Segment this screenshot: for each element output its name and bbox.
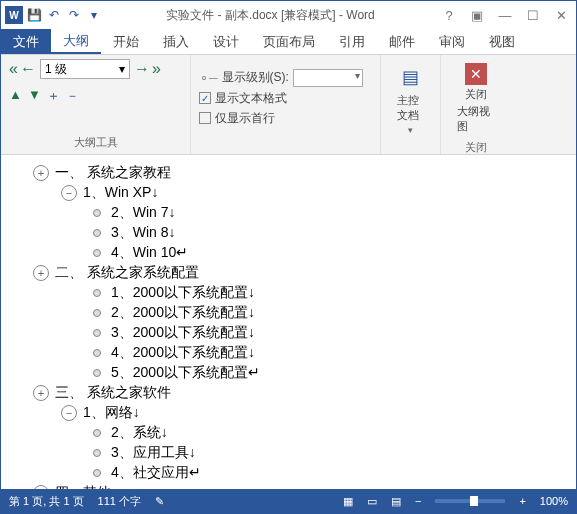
show-first-line-label: 仅显示首行 [215,110,275,127]
close-outline-button[interactable]: ✕ 关闭 大纲视图 [449,59,503,138]
show-first-line-checkbox[interactable] [199,112,211,124]
collapse-icon[interactable]: － [66,87,79,105]
outline-text[interactable]: 3、应用工具↓ [111,444,196,462]
view-print-icon[interactable]: ▦ [343,495,353,508]
body-node-icon [93,329,101,337]
tab-home[interactable]: 开始 [101,29,151,54]
outline-row[interactable]: 1、2000以下系统配置↓ [13,283,564,303]
demote-icon[interactable]: → [134,60,150,78]
view-read-icon[interactable]: ▭ [367,495,377,508]
outline-text[interactable]: 2、2000以下系统配置↓ [111,304,255,322]
redo-icon[interactable]: ↷ [65,6,83,24]
body-node-icon [93,289,101,297]
outline-row[interactable]: +二、 系统之家系统配置 [13,263,564,283]
ribbon-tabs: 文件 大纲 开始 插入 设计 页面布局 引用 邮件 审阅 视图 [1,29,576,55]
help-icon[interactable]: ? [438,8,460,23]
zoom-in-icon[interactable]: + [519,495,525,507]
tab-view[interactable]: 视图 [477,29,527,54]
expand-node-icon[interactable]: + [33,265,49,281]
outline-text[interactable]: 1、Win XP↓ [83,184,158,202]
document-area[interactable]: +一、 系统之家教程−1、Win XP↓2、Win 7↓3、Win 8↓4、Wi… [1,155,576,489]
outline-row[interactable]: +三、 系统之家软件 [13,383,564,403]
outline-row[interactable]: 2、系统↓ [13,423,564,443]
outline-row[interactable]: 4、2000以下系统配置↓ [13,343,564,363]
qat-dropdown-icon[interactable]: ▾ [85,6,103,24]
show-level-icon: ⚬─ [199,71,218,85]
page-status[interactable]: 第 1 页, 共 1 页 [9,494,84,509]
outline-row[interactable]: 5、2000以下系统配置↵ [13,363,564,383]
promote-top-icon[interactable]: « [9,60,18,78]
outline-row[interactable]: 2、2000以下系统配置↓ [13,303,564,323]
tab-references[interactable]: 引用 [327,29,377,54]
tab-review[interactable]: 审阅 [427,29,477,54]
show-text-formatting-label: 显示文本格式 [215,90,287,107]
word-count[interactable]: 111 个字 [98,494,141,509]
outline-text[interactable]: 4、2000以下系统配置↓ [111,344,255,362]
outline-text[interactable]: 三、 系统之家软件 [55,384,171,402]
ribbon-display-icon[interactable]: ▣ [466,8,488,23]
outline-text[interactable]: 一、 系统之家教程 [55,164,171,182]
demote-body-icon[interactable]: » [152,60,161,78]
maximize-icon[interactable]: ☐ [522,8,544,23]
outline-text[interactable]: 1、2000以下系统配置↓ [111,284,255,302]
outline-level-value: 1 级 [45,61,67,78]
tab-insert[interactable]: 插入 [151,29,201,54]
outline-row[interactable]: 3、Win 8↓ [13,223,564,243]
outline-text[interactable]: 5、2000以下系统配置↵ [111,364,260,382]
body-node-icon [93,449,101,457]
body-node-icon [93,309,101,317]
move-up-icon[interactable]: ▲ [9,87,22,105]
ribbon: « ← 1 级 ▾ → » ▲ ▼ ＋ － 大纲工具 [1,55,576,155]
collapse-node-icon[interactable]: − [61,185,77,201]
view-web-icon[interactable]: ▤ [391,495,401,508]
proofing-icon[interactable]: ✎ [155,495,164,508]
outline-row[interactable]: 2、Win 7↓ [13,203,564,223]
body-node-icon [93,369,101,377]
outline-row[interactable]: 4、Win 10↵ [13,243,564,263]
statusbar: 第 1 页, 共 1 页 111 个字 ✎ ▦ ▭ ▤ − + 100% [1,489,576,513]
body-node-icon [93,249,101,257]
outline-row[interactable]: −1、网络↓ [13,403,564,423]
outline-text[interactable]: 4、社交应用↵ [111,464,201,482]
minimize-icon[interactable]: — [494,8,516,23]
show-text-formatting-checkbox[interactable]: ✓ [199,92,211,104]
outline-row[interactable]: 4、社交应用↵ [13,463,564,483]
outline-level-select[interactable]: 1 级 ▾ [40,59,130,79]
tab-outline[interactable]: 大纲 [51,29,101,54]
outline-row[interactable]: 3、应用工具↓ [13,443,564,463]
close-icon[interactable]: ✕ [550,8,572,23]
outline-text[interactable]: 3、Win 8↓ [111,224,176,242]
body-node-icon [93,229,101,237]
undo-icon[interactable]: ↶ [45,6,63,24]
outline-text[interactable]: 2、Win 7↓ [111,204,176,222]
outline-text[interactable]: 3、2000以下系统配置↓ [111,324,255,342]
word-icon: W [5,6,23,24]
move-down-icon[interactable]: ▼ [28,87,41,105]
tab-design[interactable]: 设计 [201,29,251,54]
outline-row[interactable]: +一、 系统之家教程 [13,163,564,183]
outline-text[interactable]: 二、 系统之家系统配置 [55,264,199,282]
show-level-select[interactable]: ▾ [293,69,363,87]
tab-mail[interactable]: 邮件 [377,29,427,54]
expand-node-icon[interactable]: + [33,165,49,181]
outline-text[interactable]: 2、系统↓ [111,424,168,442]
outline-text[interactable]: 1、网络↓ [83,404,140,422]
outline-text[interactable]: 4、Win 10↵ [111,244,188,262]
show-level-label: 显示级别(S): [222,69,289,86]
window-title: 实验文件 - 副本.docx [兼容模式] - Word [103,7,438,24]
master-document-button[interactable]: ▤ 主控文档 ▾ [389,59,433,139]
zoom-slider[interactable] [435,499,505,503]
zoom-out-icon[interactable]: − [415,495,421,507]
zoom-value[interactable]: 100% [540,495,568,507]
expand-icon[interactable]: ＋ [47,87,60,105]
close-outline-label-2: 大纲视图 [457,104,495,134]
expand-node-icon[interactable]: + [33,385,49,401]
promote-icon[interactable]: ← [20,60,36,78]
outline-row[interactable]: −1、Win XP↓ [13,183,564,203]
tab-file[interactable]: 文件 [1,29,51,54]
tab-layout[interactable]: 页面布局 [251,29,327,54]
save-icon[interactable]: 💾 [25,6,43,24]
collapse-node-icon[interactable]: − [61,405,77,421]
outline-row[interactable]: 3、2000以下系统配置↓ [13,323,564,343]
dropdown-icon: ▾ [119,62,125,76]
